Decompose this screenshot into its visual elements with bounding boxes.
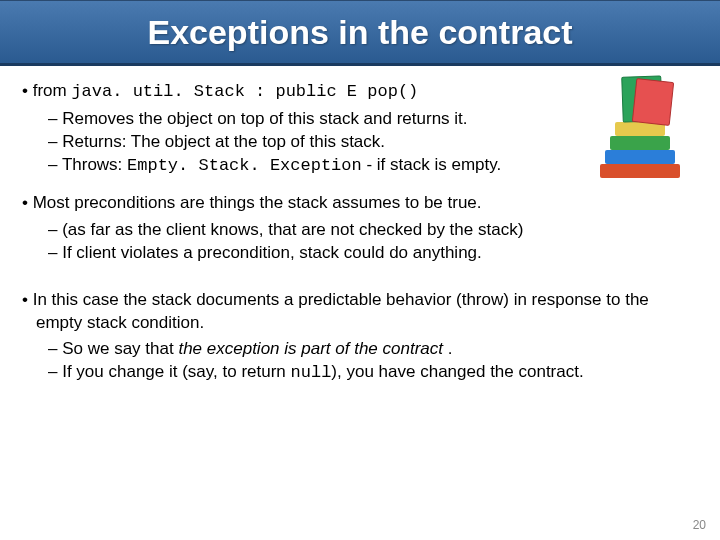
text: from xyxy=(33,81,72,100)
sub-bullet: (as far as the client knows, that are no… xyxy=(48,219,698,242)
bullet-preconditions: Most preconditions are things the stack … xyxy=(22,192,698,215)
book-icon xyxy=(600,164,680,178)
text: Throws: xyxy=(62,155,127,174)
sub-bullet: If you change it (say, to return null), … xyxy=(48,361,698,385)
text: So we say that xyxy=(62,339,178,358)
sub-bullet: If client violates a precondition, stack… xyxy=(48,242,698,265)
code-span: java. util. Stack : public E pop() xyxy=(71,82,418,101)
book-icon xyxy=(610,136,670,150)
text: ), you have changed the contract. xyxy=(331,362,583,381)
sub-bullet: So we say that the exception is part of … xyxy=(48,338,698,361)
page-number: 20 xyxy=(693,518,706,532)
italic-span: the exception is part of the contract xyxy=(178,339,443,358)
code-span: Empty. Stack. Exception xyxy=(127,156,362,175)
code-span: null xyxy=(291,363,332,382)
book-icon xyxy=(632,78,674,126)
title-bar: Exceptions in the contract xyxy=(0,0,720,66)
text: If you change it (say, to return xyxy=(62,362,290,381)
books-illustration xyxy=(590,78,700,178)
text: . xyxy=(443,339,452,358)
sub-list-2: (as far as the client knows, that are no… xyxy=(48,219,698,265)
slide-title: Exceptions in the contract xyxy=(147,13,572,52)
sub-list-3: So we say that the exception is part of … xyxy=(48,338,698,385)
text: - if stack is empty. xyxy=(362,155,502,174)
bullet-documents-behavior: In this case the stack documents a predi… xyxy=(22,289,698,335)
book-icon xyxy=(605,150,675,164)
